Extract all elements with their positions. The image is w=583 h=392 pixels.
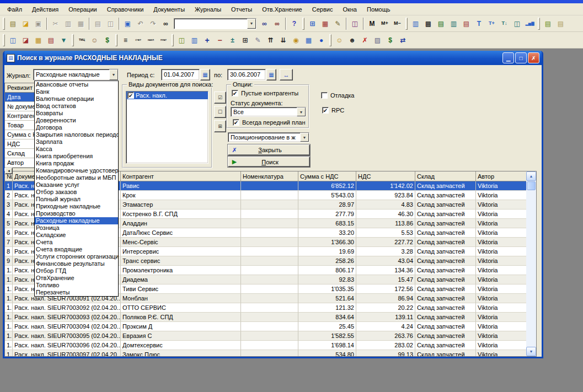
table-checkered-button[interactable]: ▩ (422, 18, 435, 30)
close-window-button[interactable]: ✗ (528, 52, 539, 63)
column-header-6[interactable]: Склад (415, 171, 476, 181)
sort-descending-button[interactable]: ⇊ (277, 34, 290, 46)
tmc-list-button[interactable]: ТМЦ (76, 34, 88, 46)
journal-option[interactable]: Доверенности (35, 117, 118, 124)
table-row[interactable]: 1.Расх. накл. SIEUR7003097 (02.04.20...З… (5, 350, 526, 356)
report-doc-button[interactable]: ▤ (460, 18, 473, 30)
redo-button[interactable]: ↷ (147, 18, 159, 30)
find-button[interactable]: ∞ (159, 18, 172, 30)
book-button[interactable]: ◫ (349, 18, 361, 30)
memory-minus-button[interactable]: M− (391, 18, 404, 30)
spray-edit-button[interactable]: ✎ (252, 34, 264, 46)
invert-check-button[interactable]: ⊞ (214, 120, 226, 132)
column-header-7[interactable]: Автор (476, 171, 527, 181)
print-preview-button[interactable]: ◫ (104, 18, 117, 30)
view-edit-button[interactable]: ✎ (331, 18, 344, 30)
journal-option[interactable]: Ввод остатков (35, 103, 118, 110)
journal-option[interactable]: Оказание услуг (35, 181, 118, 189)
doc-exchange-button[interactable]: ⇄ (397, 34, 409, 46)
journal-option[interactable]: Расходные накладные (35, 217, 118, 224)
empty-contractors-checkbox[interactable]: ✔ Пустые контрагенты (232, 90, 298, 96)
invoice-list-button[interactable]: СЧЕТ (132, 34, 145, 46)
print-button[interactable]: ▤ (92, 18, 104, 30)
copy-document-button[interactable]: ▥ (188, 34, 201, 46)
toolbar-handle[interactable] (115, 34, 117, 46)
new-document-button[interactable]: ▤ (7, 18, 19, 30)
search-combobox[interactable]: ▼ (174, 18, 256, 29)
toolbar-handle[interactable] (3, 18, 5, 30)
catalog-goods-button[interactable]: ◪ (19, 34, 32, 46)
person-walking-button[interactable]: ☻ (346, 34, 359, 46)
positioning-combobox[interactable]: Позиционирование в ж ▼ (228, 132, 309, 142)
calendar-from-button[interactable]: ▦ (200, 69, 210, 80)
scroll-down-button[interactable]: ▼ (526, 347, 536, 356)
toolbar-handle[interactable] (302, 18, 304, 30)
scroll-up-button[interactable]: ▲ (526, 171, 536, 181)
status-combobox[interactable]: Все ▼ (231, 107, 306, 117)
journal-option[interactable]: Авансовые отчеты (35, 81, 118, 88)
catalog-edit-button[interactable]: ▤ (45, 34, 57, 46)
menu-item-Окна[interactable]: Окна (338, 4, 362, 14)
chevron-down-icon[interactable]: ▼ (300, 133, 309, 142)
column-header-2[interactable]: Контрагент (121, 171, 241, 181)
period-from-input[interactable]: 01.04.2007 (161, 69, 200, 80)
text-doc-save-button[interactable]: T↓ (498, 18, 511, 30)
debug-checkbox[interactable]: Отладка (321, 92, 354, 99)
menu-item-Действия[interactable]: Действия (27, 4, 63, 14)
filter-funnel-button[interactable]: ▼ (57, 34, 70, 46)
journal-option[interactable]: Складские (35, 232, 118, 239)
journal-option[interactable]: Розница (35, 224, 118, 232)
check-all-button[interactable]: ☑ (214, 92, 226, 104)
chevron-down-icon[interactable]: ▼ (109, 69, 118, 80)
cash-register-button[interactable]: ▦ (302, 34, 315, 46)
monitor-key-button[interactable]: ▣ (121, 18, 134, 30)
table-row[interactable]: 1.Расх. накл. SIEUR7003096 (02.04.20...Д… (5, 341, 526, 350)
journal-option[interactable]: Книга продаж (35, 160, 118, 167)
grid-settings-button[interactable]: ⊞ (239, 34, 252, 46)
journal-option[interactable]: Полный журнал (35, 196, 118, 203)
ink-drop-button[interactable]: ● (315, 34, 328, 46)
doc-delete-button[interactable]: ✗ (359, 34, 371, 46)
memory-plus-button[interactable]: M+ (378, 18, 391, 30)
journal-option[interactable]: Топливо (35, 282, 118, 289)
journal-option[interactable]: ОтвХранение (35, 275, 118, 282)
vertical-scrollbar[interactable]: ▲ ▼ (526, 171, 536, 356)
journal-option[interactable]: Производство (35, 210, 118, 217)
journal-option[interactable]: Приходные накладные (35, 203, 118, 210)
journal-option[interactable]: Финансовые результаты (35, 260, 118, 267)
table-text-button[interactable]: ◫ (511, 18, 523, 30)
always-on-top-checkbox[interactable]: ✔ Всегда передний план (233, 119, 306, 126)
chart-button[interactable]: ▂▅▇ (523, 18, 536, 30)
calendar-button[interactable]: ▦ (319, 18, 331, 30)
table-columns-button[interactable]: ▥ (447, 18, 460, 30)
journal-option[interactable]: Счета входящие (35, 246, 118, 253)
notebook-button[interactable]: ▤ (542, 18, 554, 30)
journal-option[interactable]: Договора (35, 124, 118, 131)
doc-recalc-button[interactable]: ▨ (371, 34, 384, 46)
undo-button[interactable]: ↶ (134, 18, 147, 30)
table-row[interactable]: 1.Расх. накл. SIEUR7003092 (02.04.20...О… (5, 303, 526, 313)
menu-item-Файл[interactable]: Файл (2, 4, 27, 14)
help-button[interactable]: ? (288, 18, 301, 30)
open-book-button[interactable]: ◫ (175, 34, 188, 46)
excel-export-button[interactable]: ▤ (435, 18, 447, 30)
find-next-button[interactable]: ∞ (258, 18, 271, 30)
full-journal-button[interactable]: ≡ (119, 34, 132, 46)
cut-button[interactable]: ✂ (49, 18, 62, 30)
requisites-hscroll-left[interactable]: ◄ (5, 168, 13, 174)
table-row[interactable]: 1.Расх. накл. SIEUR7003094 (02.04.20...П… (5, 322, 526, 331)
notebook-send-button[interactable]: ▤ (554, 18, 567, 30)
toolbar-handle[interactable] (329, 34, 331, 46)
journal-option[interactable]: Зарплата (35, 138, 118, 146)
maximize-button[interactable]: □ (515, 52, 527, 63)
menu-item-Справочники[interactable]: Справочники (102, 4, 149, 14)
menu-item-Помощь[interactable]: Помощь (362, 4, 395, 14)
journal-option[interactable]: Командировочные удостовер (35, 167, 118, 174)
insert-record-button[interactable]: ± (226, 34, 239, 46)
toolbar-handle[interactable] (172, 34, 174, 46)
search-button[interactable]: ▶ Поиск (228, 157, 310, 167)
calendar-to-button[interactable]: ▦ (266, 69, 276, 80)
paste-button[interactable]: ▦ (74, 18, 87, 30)
journal-option[interactable]: Книга приобретения (35, 153, 118, 160)
column-header-5[interactable]: НДС (356, 171, 415, 181)
